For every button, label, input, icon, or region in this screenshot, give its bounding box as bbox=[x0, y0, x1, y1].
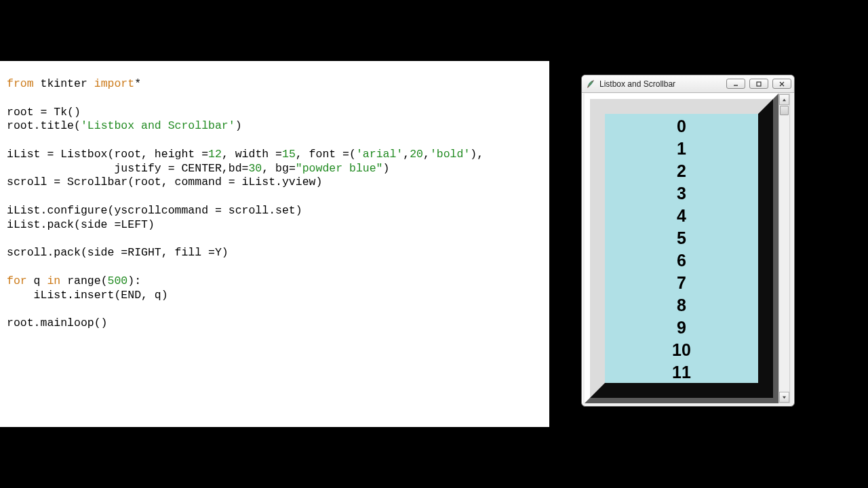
list-item[interactable]: 0 bbox=[605, 115, 758, 138]
svg-rect-1 bbox=[757, 82, 761, 86]
code-text: ) bbox=[235, 119, 242, 132]
num-literal: 20 bbox=[410, 148, 423, 161]
code-line: iList.configure(yscrollcommand = scroll.… bbox=[7, 204, 302, 217]
code-text: , bbox=[403, 148, 410, 161]
svg-marker-8 bbox=[783, 98, 786, 100]
code-text: , bg= bbox=[262, 162, 296, 175]
list-item[interactable]: 3 bbox=[605, 182, 758, 205]
scroll-down-arrow[interactable] bbox=[779, 392, 789, 403]
string-literal: 'arial' bbox=[356, 148, 403, 161]
code-editor[interactable]: from tkinter import* root = Tk() root.ti… bbox=[0, 61, 549, 427]
minimize-button[interactable] bbox=[726, 79, 745, 89]
list-item[interactable]: 1 bbox=[605, 138, 758, 160]
code-text: root.title( bbox=[7, 119, 81, 132]
code-text: , width = bbox=[222, 148, 282, 161]
code-text: q bbox=[27, 274, 47, 287]
client-area: 0 1 2 3 4 5 6 7 8 9 10 11 bbox=[585, 94, 791, 403]
num-literal: 12 bbox=[208, 148, 222, 161]
code-text: iList = Listbox(root, height = bbox=[7, 148, 208, 161]
code-line: scroll = Scrollbar(root, command = iList… bbox=[7, 176, 322, 188]
num-literal: 15 bbox=[282, 148, 296, 161]
num-literal: 500 bbox=[108, 274, 128, 287]
code-text: * bbox=[134, 77, 141, 90]
screen-stage: from tkinter import* root = Tk() root.ti… bbox=[0, 61, 868, 427]
scroll-thumb[interactable] bbox=[780, 106, 789, 115]
code-line: root.mainloop() bbox=[7, 317, 108, 329]
list-item[interactable]: 8 bbox=[605, 294, 758, 317]
vertical-scrollbar[interactable] bbox=[778, 94, 790, 403]
titlebar[interactable]: Listbox and Scrollbar bbox=[582, 75, 794, 93]
list-item[interactable]: 2 bbox=[605, 160, 758, 182]
kw-for: for bbox=[7, 274, 27, 287]
list-item[interactable]: 4 bbox=[605, 205, 758, 227]
code-text: ): bbox=[127, 274, 141, 287]
window-title: Listbox and Scrollbar bbox=[599, 79, 726, 89]
list-item[interactable]: 6 bbox=[605, 249, 758, 272]
list-item[interactable]: 10 bbox=[605, 339, 758, 361]
feather-icon bbox=[586, 79, 595, 89]
code-text: tkinter bbox=[34, 77, 94, 90]
string-literal: 'bold' bbox=[430, 148, 470, 161]
list-item[interactable]: 5 bbox=[605, 227, 758, 249]
maximize-button[interactable] bbox=[749, 79, 768, 89]
code-line: iList.pack(side =LEFT) bbox=[7, 218, 155, 231]
code-text: ), bbox=[470, 148, 484, 161]
kw-import: import bbox=[94, 77, 134, 90]
string-literal: 'Listbox and Scrollbar' bbox=[81, 119, 235, 132]
code-line: scroll.pack(side =RIGHT, fill =Y) bbox=[7, 246, 229, 259]
code-text: , font =( bbox=[296, 148, 356, 161]
code-text: , bbox=[423, 148, 430, 161]
listbox[interactable]: 0 1 2 3 4 5 6 7 8 9 10 11 bbox=[585, 94, 778, 403]
code-line: iList.insert(END, q) bbox=[7, 289, 168, 302]
svg-marker-9 bbox=[783, 396, 786, 398]
string-literal: "powder blue" bbox=[296, 162, 383, 175]
listbox-content[interactable]: 0 1 2 3 4 5 6 7 8 9 10 11 bbox=[605, 114, 758, 383]
code-text: ) bbox=[383, 162, 390, 175]
code-text: range( bbox=[60, 274, 107, 287]
list-item[interactable]: 11 bbox=[605, 361, 758, 383]
window-buttons bbox=[726, 79, 791, 89]
kw-from: from bbox=[7, 77, 34, 90]
list-item[interactable]: 9 bbox=[605, 317, 758, 339]
close-button[interactable] bbox=[772, 79, 791, 89]
kw-in: in bbox=[47, 274, 60, 287]
num-literal: 30 bbox=[248, 162, 262, 175]
code-line: root = Tk() bbox=[7, 106, 81, 119]
tk-window[interactable]: Listbox and Scrollbar bbox=[581, 75, 795, 407]
scroll-up-arrow[interactable] bbox=[779, 94, 789, 105]
code-text: justify = CENTER,bd= bbox=[7, 162, 248, 175]
list-item[interactable]: 7 bbox=[605, 272, 758, 294]
